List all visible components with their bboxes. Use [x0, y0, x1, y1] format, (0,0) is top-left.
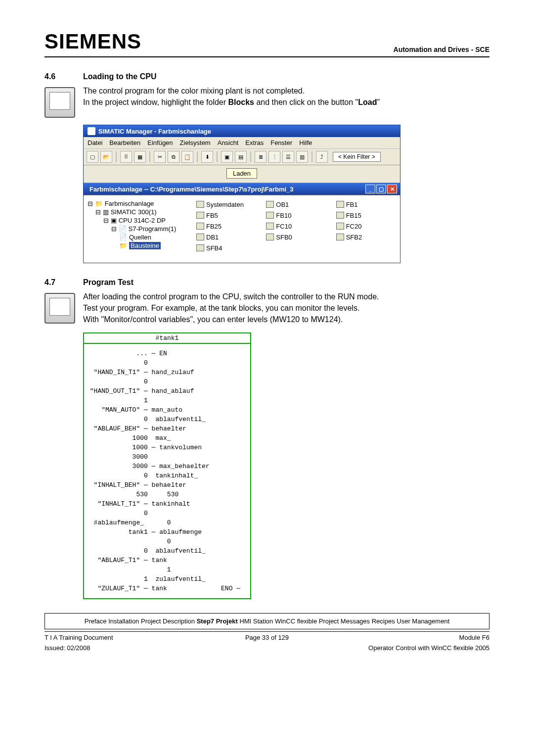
breadcrumb-current: Step7 Projekt	[197, 617, 238, 625]
fbd-line: "ABLAUF_BEH" ─ behaelter	[86, 425, 245, 432]
header-subtitle: Automation and Drives - SCE	[394, 46, 490, 53]
inner-window-title: Farbmischanlage -- C:\Programme\Siemens\…	[89, 186, 294, 193]
window-title: SIMATIC Manager - Farbmischanlage	[98, 128, 211, 135]
paste-icon[interactable]: 📋	[181, 151, 193, 163]
menu-hilfe[interactable]: Hilfe	[299, 139, 312, 146]
tree-quellen[interactable]: Quellen	[129, 234, 151, 241]
siemens-logo: SIEMENS	[44, 30, 141, 53]
menubar: Datei Bearbeiten Einfügen Zielsystem Ans…	[84, 137, 400, 149]
open-icon[interactable]: 📂	[100, 151, 112, 163]
tool-icon[interactable]: ▣	[221, 151, 233, 163]
block-sfb2[interactable]: SFB2	[336, 232, 396, 242]
tree-simatic300[interactable]: SIMATIC 300(1)	[111, 208, 157, 216]
footer-left: T I A Training Document	[44, 634, 191, 641]
menu-einfuegen[interactable]: Einfügen	[147, 139, 173, 146]
copy-icon[interactable]: ⧉	[168, 151, 179, 163]
fbd-block-name: #tank1	[83, 332, 251, 344]
maximize-button[interactable]: ▢	[376, 185, 386, 193]
menu-fenster[interactable]: Fenster	[270, 139, 292, 146]
filter-select[interactable]: < Kein Filter >	[333, 152, 381, 162]
menu-bearbeiten[interactable]: Bearbeiten	[109, 139, 140, 146]
app-icon	[88, 127, 95, 135]
menu-ansicht[interactable]: Ansicht	[218, 139, 239, 146]
fbd-line: tank1 ─ ablaufmenge	[86, 528, 245, 536]
tool-icon[interactable]: ⋮	[268, 151, 280, 163]
section-number-46: 4.6	[44, 72, 83, 81]
text: and then click on the button "	[254, 98, 358, 106]
tree-root[interactable]: Farbmischanlage	[105, 200, 154, 207]
block-fb25[interactable]: FB25	[196, 221, 256, 231]
footer-issued: Issued: 02/2008	[44, 644, 90, 652]
folder-up-icon[interactable]: ⤴	[316, 151, 328, 163]
blocks-list: Systemdaten OB1 FB1 FB5 FB10 FB15 FB25 F…	[196, 199, 396, 259]
cut-icon[interactable]: ✂	[154, 151, 166, 163]
monitor-icon	[44, 87, 75, 118]
fbd-line: "INHALT_T1" ─ tankinhalt	[86, 500, 245, 508]
fbd-block: #tank1 ... ─ EN 0 "HAND_IN_T1" ─ hand_zu…	[83, 332, 251, 599]
block-fb10[interactable]: FB10	[266, 210, 326, 220]
tool-icon[interactable]: ≣	[255, 151, 267, 163]
window-titlebar: SIMATIC Manager - Farbmischanlage	[84, 125, 400, 137]
menu-zielsystem[interactable]: Zielsystem	[180, 139, 211, 146]
fbd-line: 0	[86, 510, 245, 517]
section47-p2: Test your program. For example, at the t…	[83, 302, 490, 314]
block-fb5[interactable]: FB5	[196, 210, 256, 220]
breadcrumb-post: HMI Station WinCC flexible Project Messa…	[238, 617, 449, 625]
footer-right2: Operator Control with WinCC flexible 200…	[368, 644, 490, 652]
block-sfb0[interactable]: SFB0	[266, 232, 326, 242]
fbd-line: #ablaufmenge_ 0	[86, 519, 245, 526]
block-fb15[interactable]: FB15	[336, 210, 396, 220]
monitor-icon	[44, 293, 75, 324]
menu-datei[interactable]: Datei	[88, 139, 102, 146]
tree-bausteine[interactable]: Bausteine	[129, 242, 161, 249]
section-title-46: Loading to the CPU	[83, 72, 156, 81]
block-ob1[interactable]: OB1	[266, 199, 326, 209]
fbd-line: "MAN_AUTO" ─ man_auto	[86, 406, 245, 414]
fbd-line: ... ─ EN	[86, 350, 245, 357]
section-number-47: 4.7	[44, 278, 83, 287]
project-tree: ⊟ 📁Farbmischanlage ⊟ ▥SIMATIC 300(1) ⊟ ▣…	[88, 199, 186, 259]
fbd-line: 0 ablaufventil_	[86, 547, 245, 555]
fbd-line: 530 530	[86, 491, 245, 498]
download-icon[interactable]: ⬇	[201, 151, 213, 163]
tool-icon[interactable]: ▦	[134, 151, 146, 163]
section47-p3: With "Monitor/control variables", you ca…	[83, 314, 490, 325]
inner-window-titlebar: Farbmischanlage -- C:\Programme\Siemens\…	[84, 183, 400, 195]
toolbar: ▢ 📂 ⠿ ▦ ✂ ⧉ 📋 ⬇ ▣ ▤ ≣ ⋮ ☰ ▥ ⤴ < Kein Fil…	[84, 149, 400, 165]
tree-s7prog[interactable]: S7-Programm(1)	[129, 225, 177, 233]
fbd-line: "ABLAUF_T1" ─ tank	[86, 557, 245, 564]
block-systemdaten[interactable]: Systemdaten	[196, 199, 256, 209]
footer-page: Page 33 of 129	[194, 634, 341, 641]
simatic-window: SIMATIC Manager - Farbmischanlage Datei …	[83, 125, 400, 263]
fbd-line: 3000 ─ max_behaelter	[86, 463, 245, 470]
close-button[interactable]: ✕	[387, 185, 397, 193]
fbd-line: "ZULAUF_T1" ─ tank ENO ─	[86, 585, 245, 592]
fbd-line: 1 zulaufventil_	[86, 575, 245, 583]
block-fb1[interactable]: FB1	[336, 199, 396, 209]
tool-icon[interactable]: ☰	[282, 151, 294, 163]
section46-p1: The control program for the color mixing…	[83, 85, 490, 96]
fbd-line: 3000	[86, 453, 245, 461]
footer-module: Module F6	[343, 634, 490, 641]
text: "	[377, 98, 380, 106]
tool-icon[interactable]: ▤	[235, 151, 247, 163]
fbd-line: "HAND_OUT_T1" ─ hand_ablauf	[86, 387, 245, 395]
tool-icon[interactable]: ▥	[296, 151, 308, 163]
fbd-line: 1000 max_	[86, 434, 245, 442]
laden-tooltip: Laden	[226, 168, 257, 179]
breadcrumb-pre: Preface Installation Project Description	[85, 617, 197, 625]
section47-p1: After loading the control program to the…	[83, 291, 490, 302]
menu-extras[interactable]: Extras	[245, 139, 264, 146]
tree-cpu[interactable]: CPU 314C-2 DP	[119, 217, 166, 224]
block-fc20[interactable]: FC20	[336, 221, 396, 231]
section46-p2: In the project window, highlight the fol…	[83, 96, 490, 108]
block-db1[interactable]: DB1	[196, 232, 256, 242]
minimize-button[interactable]: _	[365, 185, 375, 193]
fbd-line: 0 tankinhalt_	[86, 472, 245, 479]
section-title-47: Program Test	[83, 278, 134, 287]
block-sfb4[interactable]: SFB4	[196, 243, 256, 253]
tool-icon[interactable]: ⠿	[120, 151, 132, 163]
block-fc10[interactable]: FC10	[266, 221, 326, 231]
bold-blocks: Blocks	[228, 98, 254, 106]
new-icon[interactable]: ▢	[87, 151, 98, 163]
